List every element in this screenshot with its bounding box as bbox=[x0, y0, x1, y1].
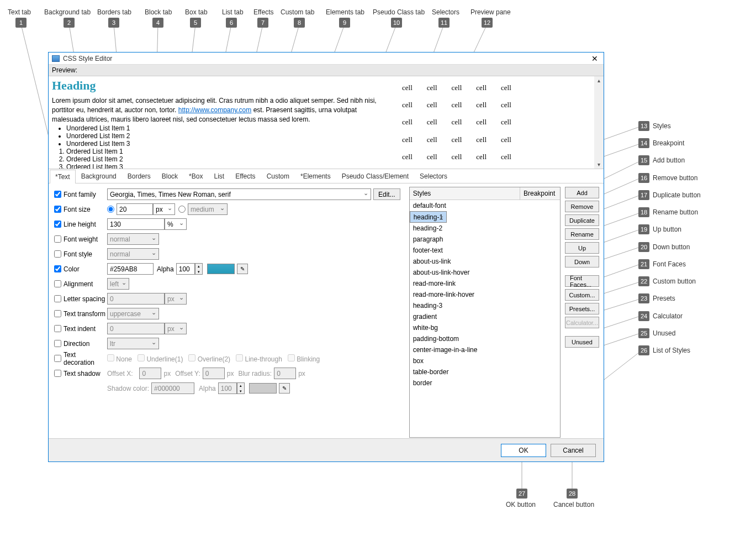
style-item[interactable]: heading-2 bbox=[410, 223, 560, 234]
direction-select: ltr bbox=[107, 338, 159, 349]
style-item[interactable]: read-more-link bbox=[410, 278, 560, 289]
style-item[interactable]: white-bg bbox=[410, 322, 560, 333]
style-item[interactable]: about-us-link bbox=[410, 256, 560, 267]
text-decoration-check[interactable]: Text decoration bbox=[54, 351, 107, 366]
style-item[interactable]: padding-bottom bbox=[410, 333, 560, 344]
alpha-label: Alpha bbox=[157, 265, 174, 273]
font-family-check[interactable]: Font family bbox=[54, 191, 107, 198]
font-size-input[interactable] bbox=[117, 203, 153, 215]
tab-elements[interactable]: *Elements bbox=[295, 169, 336, 183]
font-family-select[interactable]: Georgia, Times, Times New Roman, serif bbox=[107, 188, 371, 200]
alignment-check[interactable]: Alignment bbox=[54, 280, 107, 288]
styles-list[interactable]: StylesBreakpoint default-fontheading-1he… bbox=[409, 187, 561, 438]
line-height-check[interactable]: Line height bbox=[54, 221, 107, 228]
tab-box[interactable]: *Box bbox=[183, 169, 208, 183]
style-item[interactable]: table-border bbox=[410, 366, 560, 377]
preview-paragraph: Lorem ipsum dolor sit amet, consectetuer… bbox=[52, 96, 389, 124]
custom-button[interactable]: Custom... bbox=[565, 289, 599, 301]
remove-button[interactable]: Remove bbox=[565, 201, 599, 212]
text-shadow-check[interactable]: Text shadow bbox=[54, 370, 107, 377]
scroll-up-icon[interactable]: ▴ bbox=[596, 76, 601, 85]
dialog-footer: OK Cancel bbox=[49, 438, 604, 461]
preview-table: cellcellcellcellcell cellcellcellcellcel… bbox=[394, 78, 519, 166]
text-indent-input bbox=[107, 323, 165, 334]
color-picker-icon[interactable]: ✎ bbox=[237, 264, 248, 274]
style-item[interactable]: paragraph bbox=[410, 234, 560, 245]
style-item[interactable]: about-us-link-hover bbox=[410, 267, 560, 278]
td-underline[interactable]: Underline(1) bbox=[138, 354, 183, 363]
unused-button[interactable]: Unused bbox=[565, 336, 599, 348]
font-family-edit-button[interactable]: Edit... bbox=[373, 188, 400, 200]
tab-effects[interactable]: Effects bbox=[230, 169, 261, 183]
tab-selectors[interactable]: Selectors bbox=[414, 169, 453, 183]
font-weight-check[interactable]: Font weight bbox=[54, 235, 107, 243]
styles-header[interactable]: Styles bbox=[410, 187, 520, 200]
presets-button[interactable]: Presets... bbox=[565, 303, 599, 314]
style-item[interactable]: read-more-link-hover bbox=[410, 289, 560, 300]
style-item[interactable]: center-image-in-a-line bbox=[410, 344, 560, 355]
rename-button[interactable]: Rename bbox=[565, 228, 599, 240]
scroll-down-icon[interactable]: ▾ bbox=[596, 160, 601, 169]
style-item[interactable]: footer-text bbox=[410, 245, 560, 256]
alpha-spinner[interactable]: ▴▾ bbox=[195, 263, 203, 275]
up-button[interactable]: Up bbox=[565, 242, 599, 254]
ok-button[interactable]: OK bbox=[501, 444, 546, 457]
style-item[interactable]: border bbox=[410, 377, 560, 389]
td-blinking[interactable]: Blinking bbox=[288, 354, 320, 363]
color-input[interactable] bbox=[107, 263, 154, 275]
letter-spacing-unit: px bbox=[165, 293, 187, 305]
cancel-button[interactable]: Cancel bbox=[551, 444, 596, 457]
window-title: CSS Style Editor bbox=[63, 55, 589, 62]
down-button[interactable]: Down bbox=[565, 256, 599, 267]
breakpoint-header[interactable]: Breakpoint bbox=[520, 187, 560, 200]
tab-block[interactable]: Block bbox=[156, 169, 183, 183]
preview-scrollbar[interactable]: ▴▾ bbox=[594, 76, 604, 169]
font-style-select: normal bbox=[107, 248, 159, 260]
preview-link[interactable]: http://www.company.com bbox=[178, 106, 252, 114]
text-properties-form: Font family Georgia, Times, Times New Ro… bbox=[49, 183, 406, 441]
calculator-button: Calculator... bbox=[565, 317, 599, 328]
alpha-input[interactable] bbox=[176, 263, 195, 275]
style-item[interactable]: default-font bbox=[410, 200, 560, 211]
shadow-offsetx bbox=[139, 368, 161, 379]
shadow-swatch bbox=[249, 383, 277, 394]
tab-background[interactable]: Background bbox=[76, 169, 122, 183]
tab-borders[interactable]: Borders bbox=[122, 169, 156, 183]
text-indent-check[interactable]: Text indent bbox=[54, 325, 107, 333]
style-item[interactable]: box bbox=[410, 355, 560, 366]
line-height-unit[interactable]: % bbox=[165, 218, 187, 230]
td-overline[interactable]: Overline(2) bbox=[188, 354, 230, 363]
shadow-blur bbox=[274, 368, 296, 379]
style-item[interactable]: gradient bbox=[410, 311, 560, 322]
preview-label: Preview: bbox=[49, 65, 604, 76]
font-style-check[interactable]: Font style bbox=[54, 250, 107, 258]
property-tabs: *Text Background Borders Block *Box List… bbox=[49, 169, 604, 183]
tab-custom[interactable]: Custom bbox=[261, 169, 295, 183]
font-size-radio-value[interactable] bbox=[107, 206, 114, 213]
preview-ul: Unordered List Item 1Unordered List Item… bbox=[66, 124, 389, 148]
color-check[interactable]: Color bbox=[54, 265, 107, 273]
tab-pseudo[interactable]: Pseudo Class/Element bbox=[336, 169, 414, 183]
shadow-color-input bbox=[151, 382, 194, 394]
duplicate-button[interactable]: Duplicate bbox=[565, 214, 599, 226]
font-size-check[interactable]: Font size bbox=[54, 206, 107, 213]
shadow-alpha-spinner: ▴▾ bbox=[237, 382, 245, 394]
tab-list[interactable]: List bbox=[208, 169, 230, 183]
font-faces-button[interactable]: Font Faces... bbox=[565, 275, 599, 287]
direction-check[interactable]: Direction bbox=[54, 340, 107, 348]
app-icon bbox=[52, 55, 60, 62]
line-height-input[interactable] bbox=[107, 218, 165, 230]
color-swatch[interactable] bbox=[207, 264, 235, 274]
add-button[interactable]: Add bbox=[565, 187, 599, 198]
td-linethrough[interactable]: Line-through bbox=[236, 354, 282, 363]
font-size-radio-preset[interactable] bbox=[178, 206, 186, 213]
font-size-unit[interactable]: px bbox=[153, 203, 175, 215]
close-icon[interactable]: ✕ bbox=[589, 54, 600, 63]
titlebar[interactable]: CSS Style Editor ✕ bbox=[49, 53, 604, 65]
style-item[interactable]: heading-3 bbox=[410, 300, 560, 311]
letter-spacing-check[interactable]: Letter spacing bbox=[54, 295, 107, 303]
tab-text[interactable]: *Text bbox=[50, 170, 76, 183]
td-none[interactable]: None bbox=[107, 354, 132, 363]
style-item[interactable]: heading-1 bbox=[410, 211, 447, 223]
text-transform-check[interactable]: Text transform bbox=[54, 310, 107, 318]
